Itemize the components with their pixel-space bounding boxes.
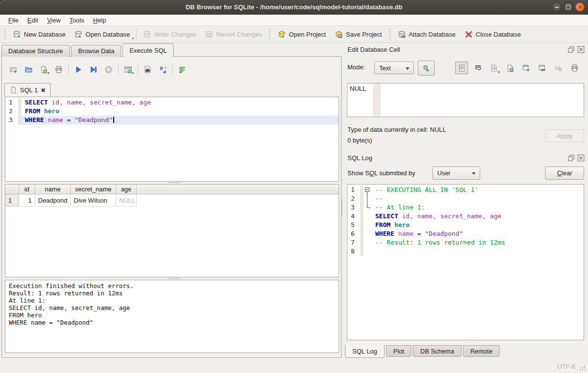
dock-splitter-handle[interactable]: [342, 202, 343, 214]
menu-file[interactable]: File: [4, 16, 23, 25]
mode-value: Text: [379, 64, 391, 72]
execute-current-line-button[interactable]: [87, 63, 100, 75]
tab-execute-sql[interactable]: Execute SQL: [122, 43, 174, 57]
dock-tab-db-schema[interactable]: DB Schema: [413, 345, 461, 357]
fold-margin: [364, 247, 372, 256]
export-results-button[interactable]: ▾: [122, 63, 134, 75]
menu-edit[interactable]: Edit: [23, 16, 42, 25]
open-in-external-button[interactable]: [520, 62, 532, 74]
splitter-handle[interactable]: [168, 182, 181, 183]
sql-tab[interactable]: SQL 1 ✖: [4, 83, 51, 97]
fold-marker-icon[interactable]: [365, 187, 369, 192]
dock-area: Edit Database Cell Mode: Text ▾ NULL Typ…: [343, 43, 588, 359]
resize-grip[interactable]: [584, 369, 585, 370]
fold-margin: [364, 212, 372, 221]
text-format-button[interactable]: [455, 62, 468, 74]
export-to-file-button[interactable]: [504, 62, 516, 74]
titlebar[interactable]: DB Browser for SQLite - /home/user/code/…: [0, 0, 588, 15]
menu-tools[interactable]: Tools: [65, 16, 88, 25]
cell-age[interactable]: NULL: [116, 194, 137, 207]
column-header-name[interactable]: name: [35, 185, 71, 194]
menu-help[interactable]: Help: [89, 16, 111, 25]
tab-database-structure[interactable]: Database Structure: [1, 45, 70, 57]
editor-margin: [360, 238, 364, 247]
save-project-button[interactable]: Save Project: [330, 28, 386, 41]
editor-margin: [360, 203, 364, 212]
dropdown-arrow-icon[interactable]: ▾: [132, 37, 134, 41]
attach-database-button[interactable]: Attach Database: [393, 28, 460, 41]
mode-combobox[interactable]: Text: [374, 62, 414, 74]
editor-margin: [360, 229, 364, 238]
tab-browse-data[interactable]: Browse Data: [71, 45, 121, 57]
close-button[interactable]: ✕: [575, 2, 585, 12]
new-sql-tab-button[interactable]: [7, 63, 20, 75]
sql-log-dock-controls: [567, 154, 585, 162]
menu-view[interactable]: View: [42, 16, 65, 25]
float-dock-icon[interactable]: [567, 45, 575, 54]
minimize-button[interactable]: [552, 2, 561, 12]
dock-tab-remote[interactable]: Remote: [463, 345, 500, 357]
stop-execution-icon: [104, 65, 113, 74]
results-header: idnamesecret_nameage: [5, 185, 339, 194]
sql-editor[interactable]: 1SELECT id, name, secret_name, age2FROM …: [5, 97, 339, 182]
code-line-8: 8: [347, 247, 584, 256]
maximize-button[interactable]: [564, 2, 573, 12]
dropdown-arrow-icon[interactable]: ▾: [132, 71, 134, 75]
float-dock-icon[interactable]: [567, 154, 575, 162]
svg-text:a: a: [162, 68, 166, 73]
column-header-secret-name[interactable]: secret_name: [71, 185, 116, 194]
cell-secret-name[interactable]: Dive Wilson: [71, 194, 116, 207]
copy-link-button[interactable]: [536, 62, 548, 74]
format-sql-button[interactable]: [176, 63, 188, 75]
fold-margin: [364, 238, 372, 247]
cell-name[interactable]: Deadpond: [35, 194, 71, 207]
code-line-1: 1-- EXECUTING ALL IN 'SQL 1': [347, 186, 584, 194]
find-button[interactable]: [141, 63, 154, 75]
dropdown-arrow-icon[interactable]: ▾: [47, 71, 49, 75]
code-line-3: 3WHERE name = "Deadpond": [5, 116, 339, 124]
print-sql-button[interactable]: [52, 63, 65, 75]
code-text: -- Result: 1 rows returned in 12ms: [372, 238, 584, 247]
toolbar-handle[interactable]: [4, 29, 5, 40]
close-dock-icon[interactable]: [577, 45, 585, 54]
import-from-file-icon: [490, 64, 498, 72]
column-header-age[interactable]: age: [116, 185, 137, 194]
toolbar-handle[interactable]: [269, 29, 270, 40]
sql-log-editor: 1-- EXECUTING ALL IN 'SQL 1'2--3-- At li…: [347, 184, 584, 340]
line-number: 2: [5, 107, 18, 116]
write-changes-button: Write Changes: [139, 28, 201, 41]
close-database-button[interactable]: Close Database: [460, 28, 526, 41]
editor-margin: [360, 212, 364, 221]
dock-tab-sql-log[interactable]: SQL Log: [345, 345, 385, 358]
open-project-button[interactable]: Open Project: [273, 28, 330, 41]
toolbar-handle[interactable]: [389, 29, 390, 40]
execute-all-button[interactable]: [72, 63, 84, 75]
open-database-button[interactable]: Open Database▾: [70, 28, 134, 41]
dock-tab-plot[interactable]: Plot: [386, 345, 411, 357]
cell-value-editor[interactable]: NULL: [347, 83, 584, 117]
save-sql-file-button[interactable]: ▾: [37, 63, 50, 75]
close-database-icon: [465, 30, 473, 39]
execution-output: Execution finished without errors. Resul…: [5, 280, 339, 353]
editor-margin: [360, 194, 364, 203]
cell-editor-margin: [373, 83, 381, 117]
print-cell-button[interactable]: [568, 62, 581, 74]
apply-format-button[interactable]: [418, 61, 435, 76]
new-database-button[interactable]: New Database: [8, 28, 70, 41]
word-wrap-button[interactable]: [471, 62, 484, 74]
open-project-icon: [278, 30, 286, 39]
new-sql-tab-icon: [9, 65, 18, 74]
line-number: 5: [347, 221, 360, 229]
clear-button[interactable]: Clear: [545, 166, 584, 180]
stop-execution-button: [102, 63, 115, 75]
find-replace-button[interactable]: ba: [156, 63, 169, 75]
cell-id[interactable]: 1: [19, 194, 35, 207]
chevron-down-icon: [406, 67, 409, 70]
sql-tab-close-icon[interactable]: ✖: [41, 87, 45, 94]
splitter-handle[interactable]: [168, 278, 181, 279]
filter-combobox[interactable]: User: [432, 166, 480, 180]
row-header[interactable]: 1: [5, 194, 19, 207]
open-sql-file-button[interactable]: [22, 63, 35, 75]
close-dock-icon[interactable]: [577, 154, 585, 162]
column-header-id[interactable]: id: [19, 185, 35, 194]
